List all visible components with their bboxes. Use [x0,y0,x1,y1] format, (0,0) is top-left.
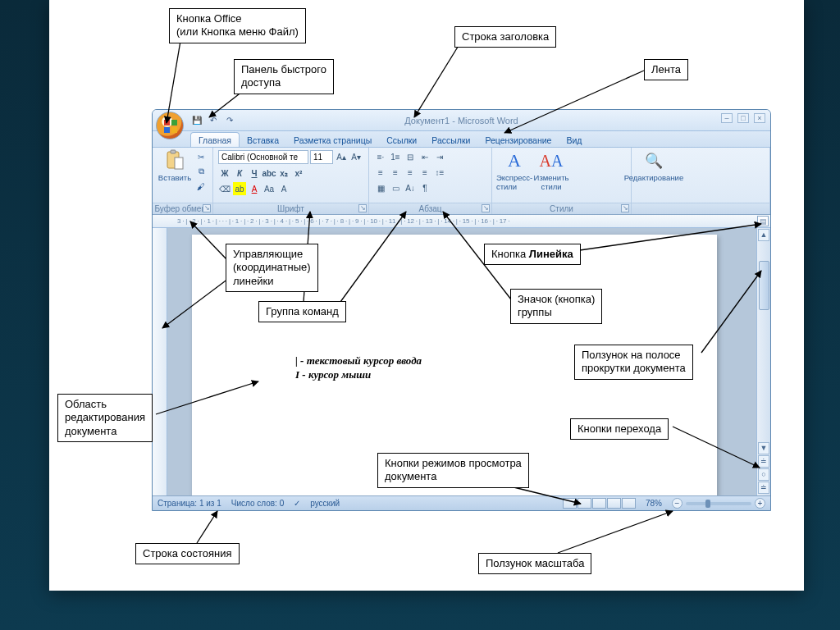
group-styles: A Экспресс-стили AA Изменить стили Стили… [492,148,632,214]
ribbon: Вставить ✂ ⧉ 🖌 Буфер обмена ↘ [153,148,770,215]
status-bar: Страница: 1 из 1 Число слов: 0 ✓ русский… [153,495,770,510]
tab-layout[interactable]: Разметка страницы [286,133,379,147]
svg-rect-0 [164,120,170,126]
group-font: A▴ A▾ Ж К Ч abc x₂ x² ⌫ ab A [213,148,369,214]
callout-titlebar: Строка заголовка [454,26,556,48]
group-label-clipboard: Буфер обмена ↘ [153,203,212,214]
group-label-paragraph: Абзац ↘ [369,203,491,214]
copy-icon[interactable]: ⧉ [194,165,208,178]
indent-icon[interactable]: ⇥ [433,150,446,163]
change-case-icon[interactable]: Aa [262,182,276,195]
quick-styles-button[interactable]: A Экспресс-стили [497,150,532,191]
clear-format-icon[interactable]: ⌫ [218,182,231,195]
shrink-font-icon[interactable]: A▾ [349,151,363,164]
browse-object-icon[interactable]: ○ [758,468,769,481]
tab-references[interactable]: Ссылки [379,133,424,147]
ruler-toggle-button[interactable]: ▤ [757,216,769,226]
format-painter-icon[interactable]: 🖌 [194,180,208,193]
sort-icon[interactable]: A↓ [404,181,417,194]
view-print-layout-icon[interactable] [563,498,577,509]
shading-icon[interactable]: ▦ [374,181,387,194]
view-outline-icon[interactable] [607,498,621,509]
zoom-in-icon[interactable]: + [755,498,765,509]
maximize-button[interactable]: □ [737,113,749,123]
bullets-icon[interactable]: ≡· [374,150,387,163]
zoom-level[interactable]: 78% [646,499,662,508]
font-name-input[interactable] [218,150,308,164]
view-fullscreen-icon[interactable] [578,498,591,509]
status-page[interactable]: Страница: 1 из 1 [158,499,221,508]
status-words[interactable]: Число слов: 0 [231,499,284,508]
ribbon-tabs: Главная Вставка Разметка страницы Ссылки… [153,131,770,148]
cut-icon[interactable]: ✂ [194,150,208,163]
paste-button[interactable]: Вставить [158,150,192,182]
numbering-icon[interactable]: 1≡ [389,150,402,163]
window-controls: – □ × [721,113,765,123]
view-web-icon[interactable] [592,498,606,509]
svg-rect-6 [175,158,183,169]
change-styles-button[interactable]: AA Изменить стили [534,150,568,191]
next-page-icon[interactable]: ≐ [758,482,769,494]
minimize-button[interactable]: – [721,113,733,123]
align-left-icon[interactable]: ≡ [374,166,387,179]
status-proofing-icon[interactable]: ✓ [294,499,300,508]
styles-launcher-icon[interactable]: ↘ [621,204,629,212]
zoom-track[interactable] [686,502,751,505]
italic-icon[interactable]: К [233,167,246,180]
callout-nav-btns: Кнопки перехода [570,418,669,440]
clipboard-launcher-icon[interactable]: ↘ [203,204,211,212]
change-styles-icon: AA [541,150,562,171]
editing-button[interactable]: 🔍 Редактирование [637,150,671,182]
align-center-icon[interactable]: ≡ [389,166,402,179]
status-language[interactable]: русский [310,499,340,508]
superscript-icon[interactable]: x² [292,167,305,180]
zoom-out-icon[interactable]: − [672,498,682,509]
view-buttons [563,498,636,509]
tab-review[interactable]: Рецензирование [477,133,559,147]
font-launcher-icon[interactable]: ↘ [358,204,367,212]
tab-home[interactable]: Главная [190,132,240,147]
grow-font-icon[interactable]: A▴ [335,151,348,164]
view-draft-icon[interactable] [622,498,636,509]
horizontal-ruler[interactable]: 3 · | · 2 · | · 1 · | · · · | · 1 · | · … [153,215,770,228]
office-button[interactable] [156,112,184,139]
show-marks-icon[interactable]: ¶ [418,181,431,194]
quick-styles-icon: A [504,150,525,171]
paragraph-launcher-icon[interactable]: ↘ [482,204,490,212]
line-spacing-icon[interactable]: ↕≡ [433,166,446,179]
callout-launcher: Значок (кнопка) группы [510,289,602,324]
callout-scroll-thumb: Ползунок на полосе прокрутки документа [574,345,693,380]
save-icon[interactable]: 💾 [190,114,203,127]
subscript-icon[interactable]: x₂ [277,167,290,180]
tab-view[interactable]: Вид [559,133,589,147]
group-label-editing [632,203,769,214]
vertical-scrollbar[interactable]: ▲ ▼ ≐ ○ ≐ [756,228,770,495]
tab-insert[interactable]: Вставка [240,133,286,147]
group-editing: 🔍 Редактирование [632,148,770,214]
tab-mailings[interactable]: Рассылки [424,133,477,147]
borders-icon[interactable]: ▭ [389,181,402,194]
vertical-ruler[interactable] [153,228,167,495]
align-right-icon[interactable]: ≡ [404,166,417,179]
scroll-down-icon[interactable]: ▼ [758,442,769,454]
scroll-thumb[interactable] [759,261,769,310]
prev-page-icon[interactable]: ≐ [758,455,769,468]
font-color-icon[interactable]: A [248,182,261,195]
font-size-input[interactable] [310,150,333,164]
multilevel-icon[interactable]: ⊟ [404,150,417,163]
highlight-icon[interactable]: ab [233,182,246,195]
window-title: Документ1 - Microsoft Word [153,116,770,126]
outdent-icon[interactable]: ⇤ [418,150,431,163]
zoom-slider[interactable]: − + [672,498,765,509]
close-button[interactable]: × [754,113,765,123]
quick-access-toolbar[interactable]: 💾 ↶ ↷ [190,114,236,127]
underline-icon[interactable]: Ч [248,167,261,180]
redo-icon[interactable]: ↷ [223,114,236,127]
justify-icon[interactable]: ≡ [418,166,431,179]
strike-icon[interactable]: abc [262,167,276,180]
char-border-icon[interactable]: A [277,182,290,195]
bold-icon[interactable]: Ж [218,167,231,180]
scroll-up-icon[interactable]: ▲ [758,229,769,241]
undo-icon[interactable]: ↶ [207,114,220,127]
paste-icon [164,150,185,171]
